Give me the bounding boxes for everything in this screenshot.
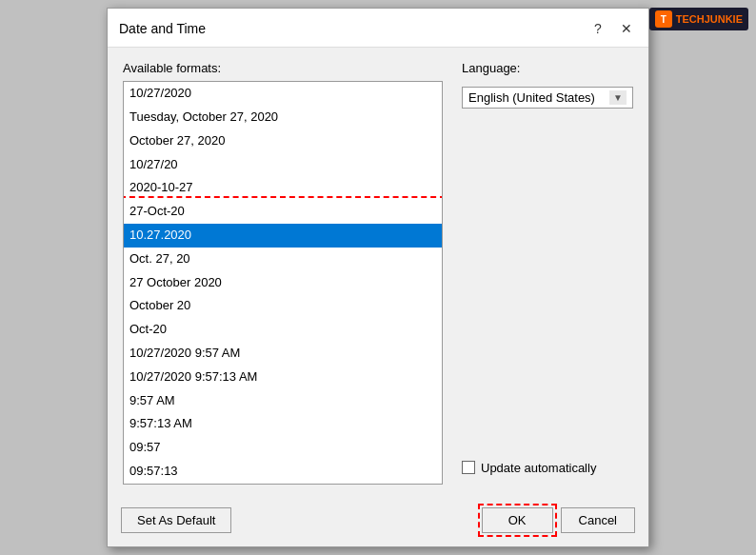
footer-right-buttons: OK Cancel	[482, 507, 635, 533]
format-item[interactable]: 2020-10-27	[124, 176, 442, 200]
left-panel: Available formats: 10/27/2020Tuesday, Oc…	[123, 61, 443, 485]
language-select[interactable]: English (United States) ▼	[462, 87, 633, 109]
close-button[interactable]: ✕	[616, 18, 637, 39]
logo-text: TECHJUNKIE	[676, 13, 743, 25]
update-auto-checkbox[interactable]	[462, 461, 475, 474]
dialog-title: Date and Time	[119, 21, 206, 36]
right-panel: Language: English (United States) ▼ Upda…	[462, 61, 633, 485]
format-item[interactable]: 09:57:13	[124, 460, 442, 484]
ok-button[interactable]: OK	[482, 507, 553, 533]
format-item[interactable]: 9:57:13 AM	[124, 412, 442, 436]
format-item[interactable]: 10/27/2020 9:57:13 AM	[124, 366, 442, 389]
format-item[interactable]: Tuesday, October 27, 2020	[124, 106, 442, 129]
date-time-dialog: Date and Time ? ✕ Available formats: 10/…	[107, 8, 649, 547]
language-value: English (United States)	[468, 90, 595, 105]
dialog-footer: Set As Default OK Cancel	[108, 498, 648, 546]
format-item[interactable]: 9:57 AM	[124, 389, 442, 413]
format-item[interactable]: 10/27/2020	[124, 82, 442, 106]
formats-list-container: 10/27/2020Tuesday, October 27, 2020Octob…	[123, 81, 443, 485]
set-as-default-button[interactable]: Set As Default	[121, 507, 231, 533]
dropdown-arrow-icon: ▼	[609, 90, 627, 105]
format-item[interactable]: October 27, 2020	[124, 129, 442, 153]
techjunkie-logo: T TECHJUNKIE	[649, 8, 748, 30]
format-item[interactable]: 10/27/20	[124, 153, 442, 177]
format-item[interactable]: 27 October 2020	[124, 271, 442, 295]
language-label: Language:	[462, 61, 633, 75]
cancel-button[interactable]: Cancel	[561, 507, 635, 533]
format-item[interactable]: Oct. 27, 20	[124, 248, 442, 271]
title-bar-controls: ? ✕	[587, 18, 637, 39]
title-bar: Date and Time ? ✕	[108, 9, 648, 48]
help-button[interactable]: ?	[587, 18, 608, 39]
logo-icon: T	[655, 10, 672, 28]
format-item[interactable]: 10/27/2020 9:57 AM	[124, 342, 442, 366]
update-auto-label: Update automatically	[481, 461, 596, 475]
format-item[interactable]: 27-Oct-20	[124, 200, 442, 224]
formats-label: Available formats:	[123, 61, 443, 75]
format-item[interactable]: October 20	[124, 294, 442, 318]
dialog-body: Available formats: 10/27/2020Tuesday, Oc…	[108, 48, 648, 498]
update-auto-container: Update automatically	[462, 461, 633, 485]
formats-list[interactable]: 10/27/2020Tuesday, October 27, 2020Octob…	[124, 82, 442, 484]
format-item[interactable]: Oct-20	[124, 318, 442, 342]
format-item[interactable]: 09:57	[124, 436, 442, 460]
format-item[interactable]: 10.27.2020	[124, 224, 442, 248]
language-container: Language: English (United States) ▼	[462, 61, 633, 109]
